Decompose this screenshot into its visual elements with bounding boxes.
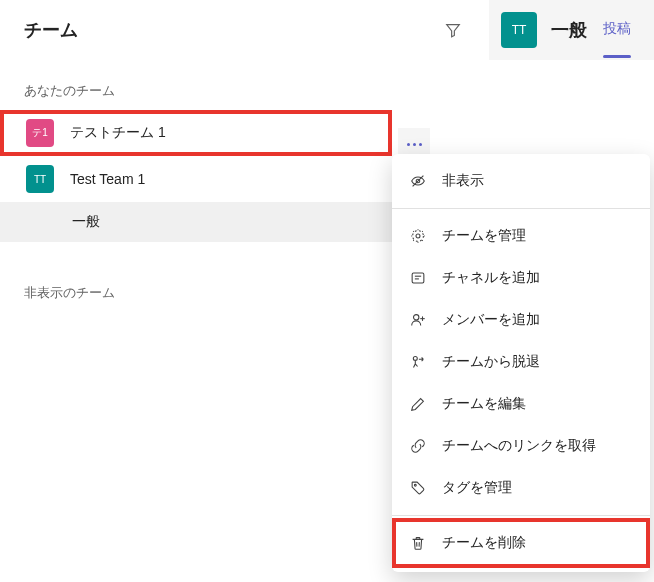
- tab-posts[interactable]: 投稿: [603, 20, 631, 40]
- svg-point-10: [413, 356, 417, 360]
- team-avatar-icon: テ1: [26, 119, 54, 147]
- team-avatar-icon: TT: [26, 165, 54, 193]
- section-your-teams[interactable]: あなたのチーム: [0, 60, 392, 110]
- hide-icon: [408, 171, 428, 191]
- menu-label: チャネルを追加: [442, 269, 540, 287]
- svg-rect-4: [412, 273, 424, 283]
- menu-manage-team[interactable]: チームを管理: [392, 215, 650, 257]
- menu-label: チームを削除: [442, 534, 526, 552]
- gear-icon: [408, 226, 428, 246]
- add-member-icon: [408, 310, 428, 330]
- leave-icon: [408, 352, 428, 372]
- svg-point-11: [414, 484, 416, 486]
- team-row-test-en[interactable]: TT Test Team 1: [0, 156, 392, 202]
- menu-add-channel[interactable]: チャネルを追加: [392, 257, 650, 299]
- menu-leave-team[interactable]: チームから脱退: [392, 341, 650, 383]
- menu-label: チームから脱退: [442, 353, 540, 371]
- menu-hide[interactable]: 非表示: [392, 160, 650, 202]
- trash-icon: [408, 533, 428, 553]
- menu-label: メンバーを追加: [442, 311, 540, 329]
- channel-header: TT 一般 投稿: [489, 0, 654, 60]
- svg-point-3: [413, 231, 424, 242]
- menu-delete-team[interactable]: チームを削除: [396, 522, 646, 564]
- channel-general[interactable]: 一般: [0, 202, 392, 242]
- filter-icon: [444, 21, 462, 39]
- section-hidden-teams[interactable]: 非表示のチーム: [0, 242, 392, 312]
- menu-add-member[interactable]: メンバーを追加: [392, 299, 650, 341]
- channel-title: 一般: [551, 18, 587, 42]
- team-name-label: Test Team 1: [70, 171, 145, 187]
- edit-icon: [408, 394, 428, 414]
- menu-label: チームを管理: [442, 227, 526, 245]
- menu-label: 非表示: [442, 172, 484, 190]
- team-list: あなたのチーム テ1 テストチーム 1 TT Test Team 1 一般 非表…: [0, 60, 392, 582]
- team-row-test-jp[interactable]: テ1 テストチーム 1: [0, 110, 392, 156]
- filter-button[interactable]: [437, 14, 469, 46]
- link-icon: [408, 436, 428, 456]
- svg-point-2: [416, 234, 420, 238]
- more-icon: [407, 143, 422, 146]
- team-avatar: TT: [501, 12, 537, 48]
- menu-label: タグを管理: [442, 479, 512, 497]
- svg-point-7: [414, 315, 419, 320]
- team-name-label: テストチーム 1: [70, 124, 166, 142]
- tag-icon: [408, 478, 428, 498]
- menu-label: チームへのリンクを取得: [442, 437, 596, 455]
- add-channel-icon: [408, 268, 428, 288]
- team-context-menu: 非表示 チームを管理 チャネルを追加: [392, 154, 650, 572]
- menu-edit-team[interactable]: チームを編集: [392, 383, 650, 425]
- menu-label: チームを編集: [442, 395, 526, 413]
- menu-manage-tags[interactable]: タグを管理: [392, 467, 650, 509]
- menu-get-link[interactable]: チームへのリンクを取得: [392, 425, 650, 467]
- page-title: チーム: [24, 18, 78, 42]
